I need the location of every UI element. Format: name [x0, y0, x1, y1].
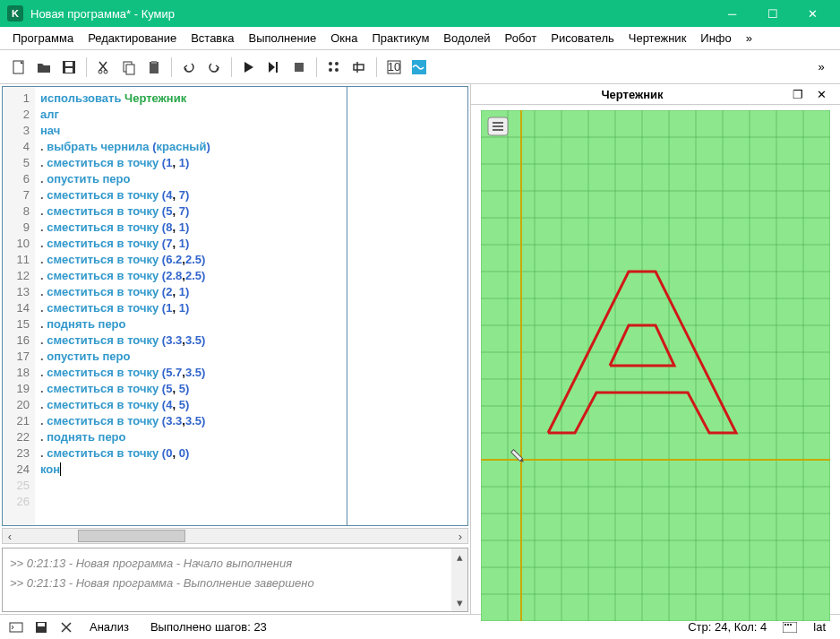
- svg-rect-3: [65, 68, 73, 73]
- run-button[interactable]: [237, 56, 261, 79]
- svg-rect-64: [784, 624, 786, 626]
- svg-rect-18: [412, 60, 426, 74]
- console-line: >> 0:21:13 - Новая программа - Начало вы…: [10, 554, 444, 574]
- toolbar-overflow-button[interactable]: »: [810, 56, 833, 79]
- scroll-right-arrow[interactable]: ›: [453, 530, 467, 543]
- status-save-icon[interactable]: [32, 618, 50, 636]
- menu-7[interactable]: Робот: [500, 29, 543, 47]
- run-step-button[interactable]: [262, 56, 286, 79]
- code-area[interactable]: использовать Чертежникалгнач. выбрать че…: [35, 87, 347, 525]
- panel-restore-button[interactable]: ❐: [788, 84, 808, 104]
- output-console: >> 0:21:13 - Новая программа - Начало вы…: [2, 548, 468, 612]
- svg-point-14: [329, 68, 332, 72]
- drafter-grid: [481, 110, 830, 621]
- tool-wave-button[interactable]: [407, 56, 431, 79]
- menubar: ПрограммаРедактированиеВставкаВыполнение…: [0, 27, 840, 50]
- line-gutter: 1234567891011121314151617181920212223242…: [3, 87, 35, 525]
- status-clear-icon[interactable]: [57, 618, 75, 636]
- menu-3[interactable]: Выполнение: [243, 29, 321, 47]
- svg-rect-7: [126, 65, 134, 74]
- new-file-button[interactable]: [7, 56, 30, 79]
- redo-button[interactable]: [202, 56, 226, 79]
- drafter-canvas[interactable]: [471, 105, 840, 626]
- svg-rect-11: [295, 63, 304, 72]
- app-icon: K: [7, 5, 23, 22]
- toolbar: 10 »: [0, 50, 840, 84]
- drafter-panel-title: Чертежник: [480, 88, 784, 101]
- save-file-button[interactable]: [57, 56, 81, 79]
- editor-hscrollbar[interactable]: ‹ ›: [2, 528, 468, 544]
- paste-button[interactable]: [142, 56, 166, 79]
- cut-button[interactable]: [92, 56, 116, 79]
- panel-close-button[interactable]: ✕: [811, 84, 831, 104]
- status-keyboard-icon[interactable]: [781, 618, 799, 636]
- menu-2[interactable]: Вставка: [185, 29, 239, 47]
- svg-point-15: [335, 68, 339, 72]
- status-analysis: Анализ: [82, 620, 136, 634]
- svg-rect-9: [151, 61, 157, 64]
- svg-rect-62: [38, 623, 45, 626]
- code-editor[interactable]: 1234567891011121314151617181920212223242…: [2, 86, 468, 526]
- svg-point-12: [329, 62, 332, 65]
- menu-11[interactable]: »: [741, 29, 758, 47]
- editor-right-margin: [347, 87, 467, 525]
- minimize-button[interactable]: ─: [712, 0, 752, 27]
- undo-button[interactable]: [177, 56, 201, 79]
- menu-4[interactable]: Окна: [325, 29, 363, 47]
- tool-grid-button[interactable]: 10: [382, 56, 406, 79]
- svg-text:10: 10: [388, 60, 400, 73]
- menu-8[interactable]: Рисователь: [545, 29, 619, 47]
- svg-rect-65: [787, 624, 789, 626]
- maximize-button[interactable]: ☐: [752, 0, 793, 27]
- tool-loop-button[interactable]: [347, 56, 371, 79]
- svg-rect-63: [783, 622, 797, 633]
- console-line: >> 0:21:13 - Новая программа - Выполнени…: [10, 574, 444, 593]
- drafter-panel-header: Чертежник ❐ ✕: [471, 84, 840, 105]
- menu-0[interactable]: Программа: [7, 29, 79, 47]
- titlebar: K Новая программа* - Кумир ─ ☐ ✕: [0, 0, 840, 27]
- status-cursor-pos: Стр: 24, Кол: 4: [681, 620, 774, 634]
- svg-rect-2: [65, 62, 73, 66]
- stop-button[interactable]: [287, 56, 311, 79]
- svg-point-13: [335, 62, 339, 65]
- menu-1[interactable]: Редактирование: [82, 29, 182, 47]
- window-title: Новая программа* - Кумир: [30, 7, 712, 21]
- status-steps: Выполнено шагов: 23: [143, 620, 274, 634]
- scroll-left-arrow[interactable]: ‹: [3, 530, 17, 543]
- svg-rect-66: [790, 624, 792, 626]
- status-console-icon[interactable]: [7, 618, 25, 636]
- menu-6[interactable]: Водолей: [438, 29, 495, 47]
- svg-rect-60: [10, 623, 22, 632]
- copy-button[interactable]: [117, 56, 141, 79]
- menu-5[interactable]: Практикум: [366, 29, 434, 47]
- tool-dots-button[interactable]: [322, 56, 346, 79]
- svg-rect-10: [276, 62, 278, 73]
- open-file-button[interactable]: [32, 56, 56, 79]
- console-vscrollbar[interactable]: ▴▾: [451, 548, 467, 611]
- close-button[interactable]: ✕: [793, 0, 833, 27]
- status-lang: lat: [806, 620, 833, 634]
- menu-9[interactable]: Чертежник: [623, 29, 692, 47]
- scroll-thumb[interactable]: [78, 530, 185, 542]
- menu-10[interactable]: Инфо: [695, 29, 736, 47]
